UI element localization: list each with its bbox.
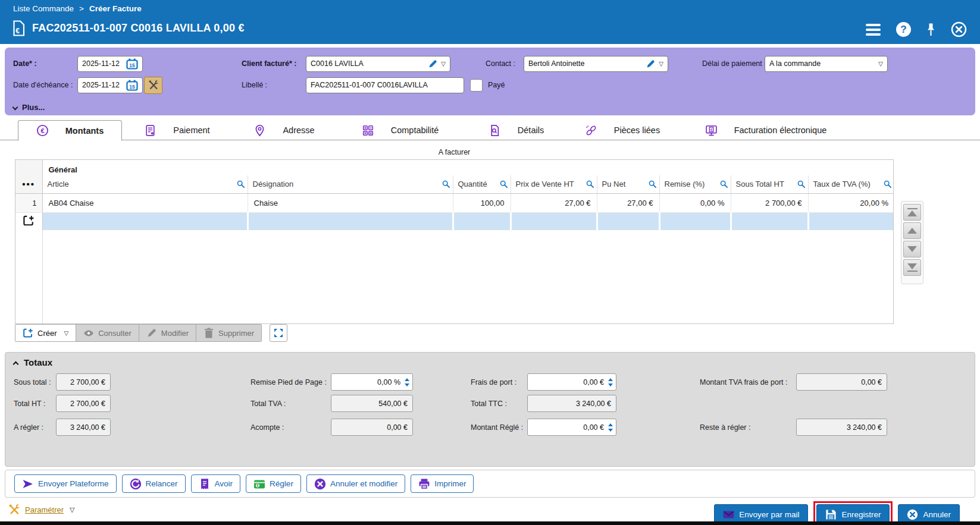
credit-note-receipt-icon [199, 478, 211, 490]
edit-line-button[interactable]: Modifier [139, 325, 196, 341]
cell-prix-vente-ht[interactable]: 27,00 € [511, 193, 597, 212]
cell-article[interactable]: AB04 Chaise [42, 193, 248, 212]
pin-icon[interactable] [926, 23, 935, 37]
expand-grid-button[interactable] [270, 324, 287, 342]
contact-value[interactable]: Bertoli Antoinette [528, 59, 646, 68]
cell-quantite[interactable]: 100,00 [453, 193, 511, 212]
calendar-icon[interactable] [126, 80, 138, 91]
cell-taux-tva[interactable]: 20,00 % [808, 193, 894, 212]
wrench-tools-icon [8, 504, 20, 515]
chevron-down-icon[interactable]: ▽ [441, 61, 446, 67]
chevron-down-icon[interactable]: ▽ [64, 330, 69, 337]
delai-select[interactable]: A la commande ▽ [765, 55, 888, 72]
cell-remise[interactable]: 0,00 % [659, 193, 731, 212]
help-icon[interactable]: ? [896, 22, 911, 37]
search-icon[interactable] [649, 180, 656, 188]
more-dots-icon[interactable]: ••• [22, 179, 35, 189]
parametrer-link[interactable]: Paramétrer [25, 505, 64, 514]
parametrer-control[interactable]: Paramétrer ▽ [8, 504, 75, 515]
wrench-tools-icon [148, 80, 159, 90]
client-label-wrap: Client facturé* : [242, 55, 296, 72]
table-row[interactable]: 1 AB04 Chaise Chaise 100,00 27,00 € 27,0… [15, 193, 894, 212]
libelle-field[interactable]: FAC202511-01-007 C0016 LAVILLA [306, 77, 464, 93]
tab-facturation-electronique[interactable]: € Facturation électronique [677, 120, 855, 140]
plus-toggle[interactable]: Plus... [13, 99, 45, 115]
delai-value[interactable]: A la commande [769, 59, 875, 68]
remise-pied-de-page-field[interactable]: Remise Pied de Page : 0,00 % [251, 373, 413, 391]
close-icon[interactable] [951, 21, 967, 37]
breadcrumb-parent-link[interactable]: Liste Commande [13, 4, 74, 13]
libelle-value-prefix[interactable]: FAC202511-01-007 C0016 [311, 81, 399, 89]
cell-sous-total-ht[interactable]: 2 700,00 € [731, 193, 808, 212]
delete-line-button[interactable]: Supprimer [196, 325, 261, 341]
new-row-selected[interactable] [15, 212, 894, 230]
contact-field[interactable]: Bertoli Antoinette ▽ [524, 55, 668, 72]
tab-adresse[interactable]: Adresse [232, 120, 336, 140]
spinner-control[interactable] [606, 378, 614, 386]
send-arrow-icon [22, 478, 34, 490]
column-header-prix-vente-ht[interactable]: Prix de Vente HT [511, 175, 597, 193]
tab-paiement[interactable]: Paiement [122, 120, 232, 140]
envoyer-plateforme-button[interactable]: Envoyer Plateforme [14, 474, 117, 493]
client-field[interactable]: C0016 LAVILLA ▽ [306, 55, 450, 72]
add-row-gutter[interactable] [15, 212, 42, 230]
reste-a-regler-field: Reste à régler : 3 240,00 € [700, 419, 887, 436]
view-line-button[interactable]: Consulter [76, 325, 139, 341]
column-header-sous-total-ht[interactable]: Sous Total HT [731, 175, 808, 193]
date-field[interactable]: 2025-11-12 [77, 55, 143, 72]
grid-options-gutter[interactable]: ••• [15, 160, 42, 193]
echeance-field[interactable]: 2025-11-12 [77, 77, 143, 93]
imprimer-button[interactable]: Imprimer [411, 474, 474, 493]
paye-checkbox[interactable] [470, 77, 483, 93]
tab-montants[interactable]: € Montants [18, 120, 122, 141]
chevron-down-icon[interactable]: ▽ [659, 61, 663, 67]
page-title: FAC202511-01-007 C0016 LAVILLA 0,00 € [32, 22, 245, 34]
move-row-bottom-button[interactable] [903, 259, 921, 276]
cell-pu-net[interactable]: 27,00 € [597, 193, 659, 212]
column-header-remise[interactable]: Remise (%) [659, 175, 731, 193]
tab-pieces-liees[interactable]: Pièces liées [568, 120, 677, 140]
echeance-value[interactable]: 2025-11-12 [82, 81, 126, 89]
montant-regle-field[interactable]: Montant Réglé : 0,00 € [471, 419, 616, 436]
column-header-article[interactable]: Article [42, 175, 248, 193]
annuler-et-modifier-button[interactable]: Annuler et modifier [306, 474, 405, 493]
move-row-up-button[interactable] [903, 222, 921, 239]
column-header-pu-net[interactable]: Pu Net [597, 175, 659, 193]
frais-de-port-field[interactable]: Frais de port : 0,00 € [471, 373, 616, 391]
totals-collapse-toggle[interactable]: Totaux [14, 357, 52, 367]
search-icon[interactable] [500, 180, 508, 188]
spinner-control[interactable] [606, 423, 614, 432]
create-line-button[interactable]: Créer ▽ [15, 325, 76, 341]
column-header-taux-tva[interactable]: Taux de TVA (%) [808, 175, 894, 193]
add-row-icon[interactable] [23, 215, 35, 227]
spinner-control[interactable] [403, 378, 411, 386]
search-icon[interactable] [720, 180, 728, 188]
search-icon[interactable] [586, 180, 594, 188]
move-row-top-button[interactable] [903, 204, 921, 221]
column-header-quantite[interactable]: Quantité [453, 175, 511, 193]
pencil-edit-icon[interactable] [646, 59, 656, 69]
delai-label-wrap: Délai de paiement : [702, 55, 766, 72]
calendar-icon[interactable] [126, 58, 138, 70]
cell-designation[interactable]: Chaise [248, 193, 453, 212]
regler-button[interactable]: € Régler [246, 474, 301, 493]
tab-comptabilite[interactable]: Comptabilité [336, 120, 464, 140]
search-icon[interactable] [442, 180, 450, 188]
relancer-button[interactable]: Relancer [122, 474, 186, 493]
column-header-designation[interactable]: Désignation [248, 175, 453, 193]
menu-icon[interactable] [866, 24, 881, 36]
chevron-down-icon[interactable]: ▽ [878, 61, 883, 67]
search-icon[interactable] [884, 180, 891, 188]
search-icon[interactable] [797, 180, 805, 188]
tab-details[interactable]: Détails [464, 120, 568, 140]
avoir-button[interactable]: Avoir [191, 474, 241, 493]
move-row-down-button[interactable] [903, 241, 921, 257]
client-value[interactable]: C0016 LAVILLA [311, 59, 428, 68]
chevron-down-icon[interactable]: ▽ [70, 506, 74, 514]
echeance-tools-button[interactable] [144, 77, 162, 93]
printer-icon [418, 478, 430, 490]
pencil-edit-icon[interactable] [428, 59, 438, 69]
libelle-value-spellcheck[interactable]: LAVILLA [399, 81, 428, 89]
search-icon[interactable] [237, 180, 245, 188]
date-value[interactable]: 2025-11-12 [82, 59, 126, 68]
